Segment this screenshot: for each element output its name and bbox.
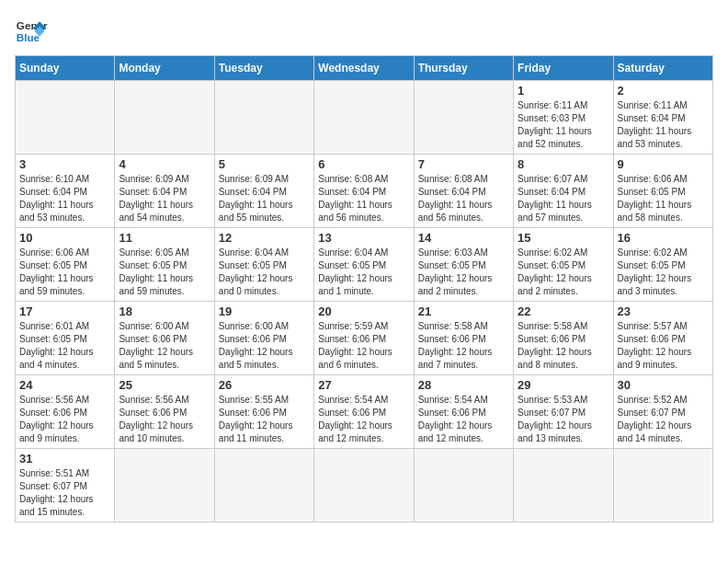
calendar-cell: 4Sunrise: 6:09 AM Sunset: 6:04 PM Daylig… — [115, 155, 214, 228]
calendar-week-6: 31Sunrise: 5:51 AM Sunset: 6:07 PM Dayli… — [16, 449, 713, 523]
day-info: Sunrise: 5:56 AM Sunset: 6:06 PM Dayligh… — [119, 394, 210, 445]
calendar-cell — [314, 81, 414, 155]
day-number: 10 — [19, 231, 110, 245]
day-number: 22 — [518, 304, 609, 318]
calendar-cell: 14Sunrise: 6:03 AM Sunset: 6:05 PM Dayli… — [414, 228, 513, 302]
day-number: 19 — [219, 304, 310, 318]
weekday-saturday: Saturday — [613, 56, 712, 81]
day-number: 29 — [518, 378, 609, 392]
calendar-cell: 7Sunrise: 6:08 AM Sunset: 6:04 PM Daylig… — [414, 155, 513, 228]
day-info: Sunrise: 5:56 AM Sunset: 6:06 PM Dayligh… — [19, 394, 110, 445]
day-number: 6 — [318, 157, 409, 171]
calendar-table: SundayMondayTuesdayWednesdayThursdayFrid… — [15, 55, 713, 523]
calendar-cell: 12Sunrise: 6:04 AM Sunset: 6:05 PM Dayli… — [214, 228, 313, 302]
calendar-cell: 29Sunrise: 5:53 AM Sunset: 6:07 PM Dayli… — [514, 375, 613, 449]
calendar-week-4: 17Sunrise: 6:01 AM Sunset: 6:05 PM Dayli… — [16, 302, 713, 375]
calendar-cell: 8Sunrise: 6:07 AM Sunset: 6:04 PM Daylig… — [514, 155, 613, 228]
calendar-cell: 30Sunrise: 5:52 AM Sunset: 6:07 PM Dayli… — [613, 375, 712, 449]
day-number: 28 — [418, 378, 509, 392]
day-info: Sunrise: 6:07 AM Sunset: 6:04 PM Dayligh… — [518, 173, 609, 224]
day-info: Sunrise: 6:11 AM Sunset: 6:04 PM Dayligh… — [618, 99, 709, 151]
day-info: Sunrise: 5:55 AM Sunset: 6:06 PM Dayligh… — [219, 394, 310, 445]
day-info: Sunrise: 5:52 AM Sunset: 6:07 PM Dayligh… — [618, 394, 709, 445]
calendar-cell: 13Sunrise: 6:04 AM Sunset: 6:05 PM Dayli… — [314, 228, 414, 302]
day-number: 12 — [219, 231, 310, 245]
calendar-cell: 25Sunrise: 5:56 AM Sunset: 6:06 PM Dayli… — [115, 375, 214, 449]
day-info: Sunrise: 6:03 AM Sunset: 6:05 PM Dayligh… — [418, 247, 509, 298]
day-info: Sunrise: 5:53 AM Sunset: 6:07 PM Dayligh… — [518, 394, 609, 445]
day-info: Sunrise: 5:58 AM Sunset: 6:06 PM Dayligh… — [518, 320, 609, 372]
logo-icon: General Blue — [15, 15, 48, 48]
calendar-cell: 6Sunrise: 6:08 AM Sunset: 6:04 PM Daylig… — [314, 155, 414, 228]
day-number: 4 — [119, 157, 210, 171]
day-number: 20 — [318, 304, 409, 318]
day-info: Sunrise: 6:09 AM Sunset: 6:04 PM Dayligh… — [119, 173, 210, 224]
day-info: Sunrise: 6:04 AM Sunset: 6:05 PM Dayligh… — [318, 247, 409, 298]
day-info: Sunrise: 5:57 AM Sunset: 6:06 PM Dayligh… — [618, 320, 709, 372]
calendar-cell — [414, 449, 513, 523]
calendar-cell: 2Sunrise: 6:11 AM Sunset: 6:04 PM Daylig… — [613, 81, 712, 155]
day-number: 21 — [418, 304, 509, 318]
calendar-cell — [16, 81, 115, 155]
logo: General Blue — [15, 15, 48, 48]
calendar-cell: 17Sunrise: 6:01 AM Sunset: 6:05 PM Dayli… — [16, 302, 115, 375]
day-number: 27 — [318, 378, 409, 392]
calendar-week-3: 10Sunrise: 6:06 AM Sunset: 6:05 PM Dayli… — [16, 228, 713, 302]
day-info: Sunrise: 6:08 AM Sunset: 6:04 PM Dayligh… — [418, 173, 509, 224]
calendar-cell: 22Sunrise: 5:58 AM Sunset: 6:06 PM Dayli… — [514, 302, 613, 375]
calendar-cell: 1Sunrise: 6:11 AM Sunset: 6:03 PM Daylig… — [514, 81, 613, 155]
day-number: 25 — [119, 378, 210, 392]
calendar-cell: 16Sunrise: 6:02 AM Sunset: 6:05 PM Dayli… — [613, 228, 712, 302]
calendar-week-2: 3Sunrise: 6:10 AM Sunset: 6:04 PM Daylig… — [16, 155, 713, 228]
day-number: 24 — [19, 378, 110, 392]
calendar-cell: 20Sunrise: 5:59 AM Sunset: 6:06 PM Dayli… — [314, 302, 414, 375]
day-number: 13 — [318, 231, 409, 245]
calendar-cell — [613, 449, 712, 523]
calendar-cell — [414, 81, 513, 155]
day-info: Sunrise: 5:51 AM Sunset: 6:07 PM Dayligh… — [19, 467, 110, 519]
day-number: 18 — [119, 304, 210, 318]
day-info: Sunrise: 6:10 AM Sunset: 6:04 PM Dayligh… — [19, 173, 110, 224]
day-info: Sunrise: 6:05 AM Sunset: 6:05 PM Dayligh… — [119, 247, 210, 298]
weekday-sunday: Sunday — [16, 56, 115, 81]
day-info: Sunrise: 6:06 AM Sunset: 6:05 PM Dayligh… — [19, 247, 110, 298]
day-number: 23 — [618, 304, 709, 318]
day-number: 5 — [219, 157, 310, 171]
calendar-cell: 26Sunrise: 5:55 AM Sunset: 6:06 PM Dayli… — [214, 375, 313, 449]
calendar-cell: 5Sunrise: 6:09 AM Sunset: 6:04 PM Daylig… — [214, 155, 313, 228]
day-info: Sunrise: 5:54 AM Sunset: 6:06 PM Dayligh… — [418, 394, 509, 445]
day-info: Sunrise: 6:06 AM Sunset: 6:05 PM Dayligh… — [618, 173, 709, 224]
day-number: 15 — [518, 231, 609, 245]
day-info: Sunrise: 5:58 AM Sunset: 6:06 PM Dayligh… — [418, 320, 509, 372]
weekday-friday: Friday — [514, 56, 613, 81]
calendar-cell: 9Sunrise: 6:06 AM Sunset: 6:05 PM Daylig… — [613, 155, 712, 228]
day-info: Sunrise: 5:54 AM Sunset: 6:06 PM Dayligh… — [318, 394, 409, 445]
calendar-cell — [115, 449, 214, 523]
calendar-cell: 28Sunrise: 5:54 AM Sunset: 6:06 PM Dayli… — [414, 375, 513, 449]
day-number: 16 — [618, 231, 709, 245]
calendar-cell — [214, 449, 313, 523]
calendar-cell: 3Sunrise: 6:10 AM Sunset: 6:04 PM Daylig… — [16, 155, 115, 228]
day-info: Sunrise: 6:02 AM Sunset: 6:05 PM Dayligh… — [518, 247, 609, 298]
calendar-cell: 18Sunrise: 6:00 AM Sunset: 6:06 PM Dayli… — [115, 302, 214, 375]
calendar-week-5: 24Sunrise: 5:56 AM Sunset: 6:06 PM Dayli… — [16, 375, 713, 449]
weekday-wednesday: Wednesday — [314, 56, 414, 81]
weekday-header-row: SundayMondayTuesdayWednesdayThursdayFrid… — [16, 56, 713, 81]
day-number: 30 — [618, 378, 709, 392]
calendar-cell — [115, 81, 214, 155]
day-info: Sunrise: 5:59 AM Sunset: 6:06 PM Dayligh… — [318, 320, 409, 372]
day-number: 9 — [618, 157, 709, 171]
calendar-cell — [314, 449, 414, 523]
day-info: Sunrise: 6:09 AM Sunset: 6:04 PM Dayligh… — [219, 173, 310, 224]
day-info: Sunrise: 6:00 AM Sunset: 6:06 PM Dayligh… — [119, 320, 210, 372]
calendar-cell: 11Sunrise: 6:05 AM Sunset: 6:05 PM Dayli… — [115, 228, 214, 302]
header: General Blue — [15, 15, 713, 48]
calendar-cell: 31Sunrise: 5:51 AM Sunset: 6:07 PM Dayli… — [16, 449, 115, 523]
calendar-cell: 21Sunrise: 5:58 AM Sunset: 6:06 PM Dayli… — [414, 302, 513, 375]
day-number: 26 — [219, 378, 310, 392]
day-info: Sunrise: 6:08 AM Sunset: 6:04 PM Dayligh… — [318, 173, 409, 224]
day-number: 1 — [518, 84, 609, 98]
day-number: 14 — [418, 231, 509, 245]
day-number: 3 — [19, 157, 110, 171]
calendar-cell — [514, 449, 613, 523]
